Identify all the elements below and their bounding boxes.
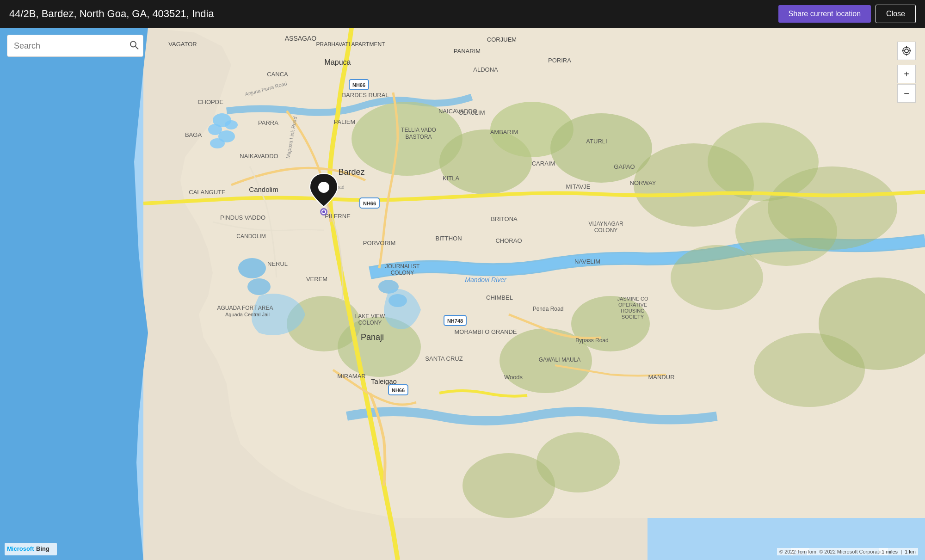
svg-text:AMBARIM: AMBARIM	[490, 129, 518, 135]
search-container	[7, 35, 143, 57]
search-icon	[130, 41, 139, 50]
map-controls: + −	[897, 42, 916, 103]
svg-text:NH66: NH66	[363, 201, 376, 206]
share-location-button[interactable]: Share current location	[778, 5, 871, 23]
svg-line-109	[136, 47, 138, 49]
locate-icon	[901, 46, 912, 56]
svg-point-104	[318, 182, 329, 193]
svg-point-107	[322, 210, 325, 213]
svg-text:PILERNE: PILERNE	[325, 213, 351, 220]
svg-text:PALIEM: PALIEM	[334, 118, 356, 125]
zoom-in-button[interactable]: +	[897, 65, 916, 83]
svg-text:VAGATOR: VAGATOR	[168, 41, 197, 48]
svg-text:COLONY: COLONY	[358, 320, 382, 326]
svg-text:GAPAO: GAPAO	[614, 163, 635, 170]
svg-text:Microsoft: Microsoft	[7, 545, 34, 552]
svg-point-24	[210, 138, 225, 148]
svg-text:VIJAYNAGAR: VIJAYNAGAR	[588, 221, 623, 227]
svg-text:TELLIA VADO: TELLIA VADO	[401, 127, 436, 133]
svg-text:LAKE VIEW: LAKE VIEW	[355, 313, 385, 320]
svg-text:ATURLI: ATURLI	[586, 138, 607, 145]
svg-text:SOCIETY: SOCIETY	[622, 314, 644, 320]
svg-point-27	[247, 278, 271, 295]
svg-text:Mapuca: Mapuca	[325, 58, 351, 66]
svg-text:AGUADA FORT AREA: AGUADA FORT AREA	[217, 305, 273, 311]
svg-text:JASMINE CO: JASMINE CO	[617, 296, 648, 302]
svg-text:CANCA: CANCA	[267, 71, 288, 78]
svg-text:ALDONA: ALDONA	[473, 66, 498, 73]
svg-text:NAIKAVADDO: NAIKAVADDO	[240, 153, 278, 160]
svg-text:HOUSING: HOUSING	[621, 308, 644, 314]
svg-text:JOURNALIST: JOURNALIST	[385, 263, 420, 270]
svg-point-15	[671, 245, 763, 310]
svg-text:CORJUEM: CORJUEM	[487, 36, 517, 43]
svg-text:BAGA: BAGA	[185, 131, 202, 138]
search-input[interactable]	[7, 35, 143, 57]
svg-text:PORIRA: PORIRA	[548, 57, 571, 64]
svg-text:Candolim: Candolim	[249, 185, 278, 193]
svg-text:BASTORA: BASTORA	[405, 134, 432, 140]
svg-text:Panaji: Panaji	[361, 332, 384, 342]
map-svg: ASSAGAO VAGATOR PRABHAVATI APARTMENT COR…	[0, 0, 925, 560]
svg-text:NH66: NH66	[352, 82, 365, 88]
svg-text:PINDUS VADDO: PINDUS VADDO	[220, 214, 265, 221]
svg-text:BRITONA: BRITONA	[491, 215, 518, 222]
svg-text:Woods: Woods	[504, 374, 523, 381]
search-button[interactable]	[130, 41, 139, 51]
header-bar: 44/2B, Bardez, North Goa, GA, 403521, In…	[0, 0, 925, 28]
svg-point-26	[238, 258, 266, 278]
svg-text:CALANGUTE: CALANGUTE	[189, 189, 226, 196]
svg-text:CANDOLIM: CANDOLIM	[236, 233, 265, 240]
svg-text:PARRA: PARRA	[258, 119, 278, 126]
zoom-out-button[interactable]: −	[897, 84, 916, 103]
svg-text:NAVELIM: NAVELIM	[574, 258, 600, 265]
svg-text:Bypass Road: Bypass Road	[575, 337, 608, 344]
page-title: 44/2B, Bardez, North Goa, GA, 403521, In…	[9, 8, 778, 20]
svg-text:MORAMBI O GRANDE: MORAMBI O GRANDE	[454, 328, 517, 335]
svg-text:NERUL: NERUL	[267, 260, 288, 267]
svg-text:COLONY: COLONY	[391, 270, 414, 276]
svg-text:NH748: NH748	[447, 318, 463, 324]
svg-text:MIRAMAR: MIRAMAR	[337, 373, 365, 380]
svg-text:PORVORIM: PORVORIM	[363, 240, 396, 246]
svg-text:VEREM: VEREM	[306, 276, 327, 283]
svg-text:Mandovi River: Mandovi River	[465, 276, 507, 283]
locate-button[interactable]	[897, 42, 916, 60]
svg-marker-3	[0, 28, 148, 560]
svg-text:PRABHAVATI APARTMENT: PRABHAVATI APARTMENT	[316, 41, 386, 48]
svg-point-111	[903, 47, 910, 55]
svg-text:CHORAO: CHORAO	[495, 237, 522, 244]
svg-text:CHIMBEL: CHIMBEL	[486, 294, 513, 301]
svg-point-25	[225, 120, 238, 129]
svg-text:NH66: NH66	[392, 388, 405, 393]
map-container[interactable]: ASSAGAO VAGATOR PRABHAVATI APARTMENT COR…	[0, 0, 925, 560]
svg-text:Taleigao: Taleigao	[371, 377, 397, 385]
svg-text:CARAIM: CARAIM	[532, 160, 555, 167]
svg-text:OLAULIM: OLAULIM	[458, 109, 485, 116]
svg-text:COLONY: COLONY	[594, 227, 618, 234]
svg-text:NORWAY: NORWAY	[630, 179, 656, 186]
svg-text:OPERATIVE: OPERATIVE	[618, 302, 647, 308]
svg-text:Ponda Road: Ponda Road	[533, 306, 564, 312]
svg-text:BITTHON: BITTHON	[435, 235, 462, 242]
scale-bar: 1 miles | 1 km	[879, 548, 918, 555]
svg-point-16	[768, 166, 897, 250]
svg-text:SANTA CRUZ: SANTA CRUZ	[425, 355, 462, 362]
svg-text:ASSAGAO: ASSAGAO	[285, 35, 317, 42]
close-button[interactable]: Close	[876, 5, 916, 23]
copyright-text: © 2022 TomTom, © 2022 Microsoft Corporat…	[777, 548, 888, 555]
svg-text:MANDUR: MANDUR	[648, 374, 674, 381]
svg-point-20	[536, 432, 620, 492]
svg-text:KITLA: KITLA	[443, 175, 459, 182]
svg-point-108	[130, 42, 136, 47]
svg-text:GAWALI MAULA: GAWALI MAULA	[539, 357, 580, 363]
svg-text:Aguada Central Jail: Aguada Central Jail	[225, 312, 270, 317]
svg-text:Bardez: Bardez	[338, 167, 364, 177]
svg-text:MITAVJE: MITAVJE	[566, 183, 591, 190]
svg-text:CHOPDE: CHOPDE	[197, 98, 223, 105]
svg-text:Bing: Bing	[36, 545, 49, 552]
svg-point-18	[754, 333, 865, 407]
bing-branding: Microsoft Bing	[5, 543, 57, 555]
svg-text:PANARIM: PANARIM	[454, 48, 481, 55]
svg-point-110	[905, 49, 908, 53]
